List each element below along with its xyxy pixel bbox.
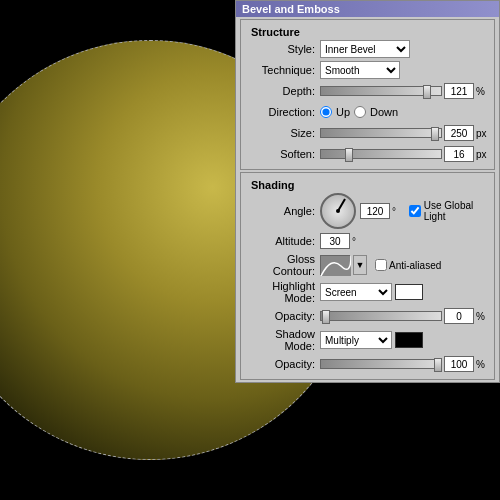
size-unit: px (476, 128, 490, 139)
direction-content: Up Down (320, 106, 490, 118)
technique-label: Technique: (245, 64, 320, 76)
contour-dropdown-btn[interactable]: ▼ (353, 255, 367, 275)
shadow-opacity-input[interactable] (444, 356, 474, 372)
angle-input[interactable] (360, 203, 390, 219)
style-label: Style: (245, 43, 320, 55)
shadow-mode-label: Shadow Mode: (245, 328, 320, 352)
direction-up-label: Up (336, 106, 350, 118)
technique-row: Technique: Smooth Chisel Hard Chisel Sof… (245, 61, 490, 79)
svg-rect-0 (321, 256, 351, 276)
use-global-light-label: Use Global Light (424, 200, 490, 222)
shadow-opacity-row: Opacity: % (245, 355, 490, 373)
depth-unit: % (476, 86, 490, 97)
use-global-light-checkbox[interactable] (409, 205, 421, 217)
style-row: Style: Inner Bevel Outer Bevel Emboss Pi… (245, 40, 490, 58)
direction-down-radio[interactable] (354, 106, 366, 118)
angle-unit: ° (392, 206, 405, 217)
dial-dot (336, 209, 340, 213)
gloss-contour-content: ▼ Anti-aliased (320, 255, 490, 275)
shadow-opacity-slider[interactable] (320, 359, 442, 369)
shadow-mode-content: Multiply Normal Screen Overlay (320, 331, 490, 349)
contour-svg (321, 256, 351, 276)
highlight-mode-row: Highlight Mode: Screen Normal Multiply O… (245, 280, 490, 304)
angle-dial[interactable] (320, 193, 356, 229)
altitude-content: ° (320, 233, 490, 249)
shadow-opacity-label: Opacity: (245, 358, 320, 370)
shading-section: Shading Angle: ° Use Global Light (240, 172, 495, 380)
direction-down-label: Down (370, 106, 398, 118)
highlight-color-swatch[interactable] (395, 284, 423, 300)
altitude-label: Altitude: (245, 235, 320, 247)
technique-select[interactable]: Smooth Chisel Hard Chisel Soft (320, 61, 400, 79)
anti-aliased-checkbox[interactable] (375, 259, 387, 271)
shadow-color-swatch[interactable] (395, 332, 423, 348)
highlight-mode-select[interactable]: Screen Normal Multiply Overlay (320, 283, 392, 301)
soften-input[interactable] (444, 146, 474, 162)
contour-preview[interactable] (320, 255, 350, 275)
bevel-emboss-panel: Bevel and Emboss Structure Style: Inner … (235, 0, 500, 383)
style-select[interactable]: Inner Bevel Outer Bevel Emboss Pillow Em… (320, 40, 410, 58)
gloss-contour-label: Gloss Contour: (245, 253, 320, 277)
altitude-input[interactable] (320, 233, 350, 249)
highlight-opacity-unit: % (476, 311, 490, 322)
depth-content: % (320, 83, 490, 99)
depth-input[interactable] (444, 83, 474, 99)
depth-row: Depth: % (245, 82, 490, 100)
structure-title: Structure (245, 23, 490, 40)
angle-content: ° Use Global Light (320, 193, 490, 229)
direction-up-radio[interactable] (320, 106, 332, 118)
depth-label: Depth: (245, 85, 320, 97)
size-input[interactable] (444, 125, 474, 141)
shadow-mode-row: Shadow Mode: Multiply Normal Screen Over… (245, 328, 490, 352)
highlight-mode-content: Screen Normal Multiply Overlay (320, 283, 490, 301)
direction-row: Direction: Up Down (245, 103, 490, 121)
soften-content: px (320, 146, 490, 162)
structure-section: Structure Style: Inner Bevel Outer Bevel… (240, 19, 495, 170)
size-content: px (320, 125, 490, 141)
gloss-contour-row: Gloss Contour: ▼ Anti-aliased (245, 253, 490, 277)
altitude-row: Altitude: ° (245, 232, 490, 250)
soften-row: Soften: px (245, 145, 490, 163)
size-slider[interactable] (320, 128, 442, 138)
global-light-row: Use Global Light (409, 200, 490, 222)
technique-content: Smooth Chisel Hard Chisel Soft (320, 61, 490, 79)
highlight-opacity-slider[interactable] (320, 311, 442, 321)
direction-label: Direction: (245, 106, 320, 118)
depth-slider[interactable] (320, 86, 442, 96)
size-label: Size: (245, 127, 320, 139)
shadow-mode-select[interactable]: Multiply Normal Screen Overlay (320, 331, 392, 349)
shading-title: Shading (245, 176, 490, 193)
angle-label: Angle: (245, 205, 320, 217)
angle-dial-container (320, 193, 360, 229)
soften-unit: px (476, 149, 490, 160)
highlight-opacity-content: % (320, 308, 490, 324)
size-row: Size: px (245, 124, 490, 142)
anti-aliased-label: Anti-aliased (389, 260, 441, 271)
highlight-opacity-row: Opacity: % (245, 307, 490, 325)
soften-label: Soften: (245, 148, 320, 160)
panel-title: Bevel and Emboss (236, 1, 499, 17)
angle-row: Angle: ° Use Global Light (245, 193, 490, 229)
shadow-opacity-content: % (320, 356, 490, 372)
shadow-opacity-unit: % (476, 359, 490, 370)
soften-slider[interactable] (320, 149, 442, 159)
highlight-opacity-input[interactable] (444, 308, 474, 324)
style-content: Inner Bevel Outer Bevel Emboss Pillow Em… (320, 40, 490, 58)
altitude-unit: ° (352, 236, 366, 247)
highlight-mode-label: Highlight Mode: (245, 280, 320, 304)
highlight-opacity-label: Opacity: (245, 310, 320, 322)
